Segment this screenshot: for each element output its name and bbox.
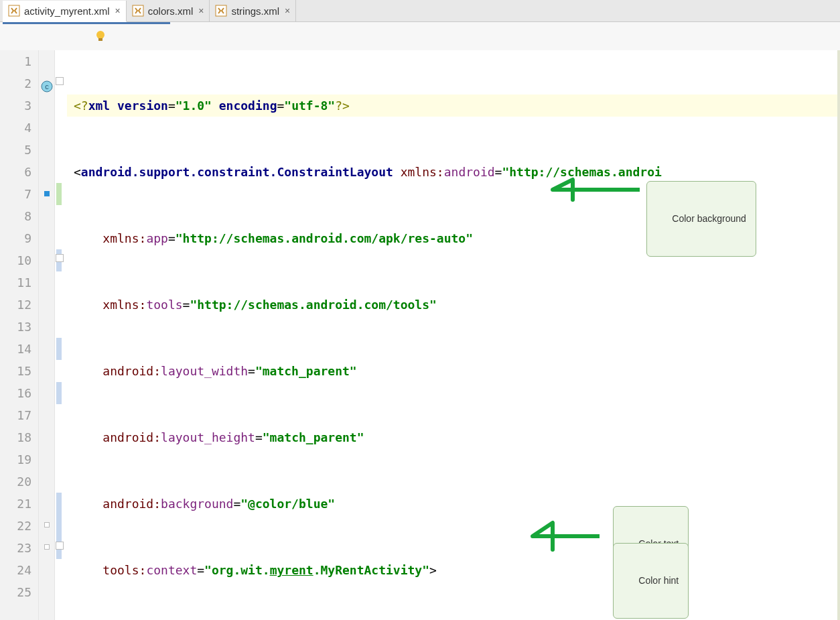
tab-activity-myrent[interactable]: activity_myrent.xml × bbox=[3, 1, 127, 22]
hint-row bbox=[0, 22, 840, 50]
line-number: 12 bbox=[0, 294, 31, 316]
tab-bar: activity_myrent.xml × colors.xml × strin… bbox=[0, 0, 840, 22]
line-number: 17 bbox=[0, 404, 31, 426]
code-line[interactable]: <android.support.constraint.ConstraintLa… bbox=[67, 161, 840, 183]
close-icon[interactable]: × bbox=[198, 5, 204, 16]
code-line[interactable]: android:layout_height="match_parent" bbox=[67, 426, 840, 448]
fold-toggle-icon[interactable] bbox=[56, 254, 64, 262]
line-number: 6 bbox=[0, 161, 31, 183]
fold-toggle-icon[interactable] bbox=[56, 77, 64, 85]
line-number: 10 bbox=[0, 249, 31, 271]
close-icon[interactable]: × bbox=[115, 5, 121, 16]
color-swatch-icon[interactable] bbox=[44, 544, 50, 550]
xml-file-icon bbox=[132, 5, 144, 17]
light-bulb-icon[interactable] bbox=[94, 29, 107, 43]
line-number: 15 bbox=[0, 360, 31, 382]
fold-toggle-icon[interactable] bbox=[56, 542, 64, 550]
tab-label: colors.xml bbox=[148, 5, 194, 17]
code-line[interactable]: tools:context="org.wit.myrent.MyRentActi… bbox=[67, 559, 840, 581]
code-area[interactable]: <?xml version="1.0" encoding="utf-8"?> <… bbox=[67, 50, 840, 620]
xml-file-icon bbox=[215, 5, 227, 17]
line-number: 16 bbox=[0, 382, 31, 404]
line-number: 11 bbox=[0, 271, 31, 294]
line-number: 25 bbox=[0, 581, 31, 603]
line-number: 2 bbox=[0, 72, 31, 95]
code-line[interactable]: android:background="@color/blue" bbox=[67, 493, 840, 515]
line-number: 8 bbox=[0, 205, 31, 227]
tab-label: strings.xml bbox=[231, 5, 279, 17]
line-number: 4 bbox=[0, 117, 31, 139]
code-line[interactable]: android:layout_width="match_parent" bbox=[67, 360, 840, 382]
line-number: 21 bbox=[0, 493, 31, 515]
line-number: 20 bbox=[0, 471, 31, 493]
annotation-color-hint: Color hint bbox=[613, 543, 689, 619]
arrow-annotation-icon bbox=[549, 176, 643, 203]
line-number: 13 bbox=[0, 316, 31, 338]
line-number: 1 bbox=[0, 50, 31, 72]
arrow-annotation-icon bbox=[529, 516, 603, 556]
line-number: 22 bbox=[0, 515, 31, 537]
change-marker bbox=[56, 338, 62, 360]
color-swatch-icon[interactable] bbox=[44, 191, 50, 196]
code-editor[interactable]: 1 2 3 4 5 6 7 8 9 10 11 12 13 14 15 16 1… bbox=[0, 50, 840, 620]
tab-colors[interactable]: colors.xml × bbox=[127, 0, 210, 21]
line-number: 3 bbox=[0, 95, 31, 117]
line-number: 23 bbox=[0, 537, 31, 559]
line-number: 19 bbox=[0, 448, 31, 471]
gutter-marks: c bbox=[39, 50, 55, 620]
line-number: 18 bbox=[0, 426, 31, 448]
fold-gutter bbox=[55, 50, 67, 620]
code-line[interactable]: <?xml version="1.0" encoding="utf-8"?> bbox=[67, 95, 840, 117]
close-icon[interactable]: × bbox=[285, 5, 290, 16]
svg-rect-4 bbox=[98, 38, 102, 41]
active-tab-underline bbox=[3, 22, 170, 24]
svg-point-3 bbox=[96, 31, 104, 39]
code-line[interactable]: xmlns:tools="http://schemas.android.com/… bbox=[67, 294, 840, 316]
line-number: 24 bbox=[0, 559, 31, 581]
annotation-color-background: Color background bbox=[646, 181, 756, 257]
svg-text:c: c bbox=[45, 82, 49, 90]
tab-label: activity_myrent.xml bbox=[24, 5, 110, 17]
vertical-scrollbar[interactable] bbox=[837, 50, 840, 620]
color-swatch-icon[interactable] bbox=[44, 522, 50, 528]
line-number-gutter: 1 2 3 4 5 6 7 8 9 10 11 12 13 14 15 16 1… bbox=[0, 50, 39, 620]
tab-strings[interactable]: strings.xml × bbox=[210, 0, 296, 21]
line-number: 5 bbox=[0, 139, 31, 161]
xml-file-icon bbox=[8, 5, 20, 17]
line-number: 14 bbox=[0, 338, 31, 360]
class-icon[interactable]: c bbox=[41, 77, 53, 89]
line-number: 9 bbox=[0, 227, 31, 249]
change-marker bbox=[56, 382, 62, 404]
line-number: 7 bbox=[0, 183, 31, 205]
change-marker bbox=[56, 183, 62, 205]
